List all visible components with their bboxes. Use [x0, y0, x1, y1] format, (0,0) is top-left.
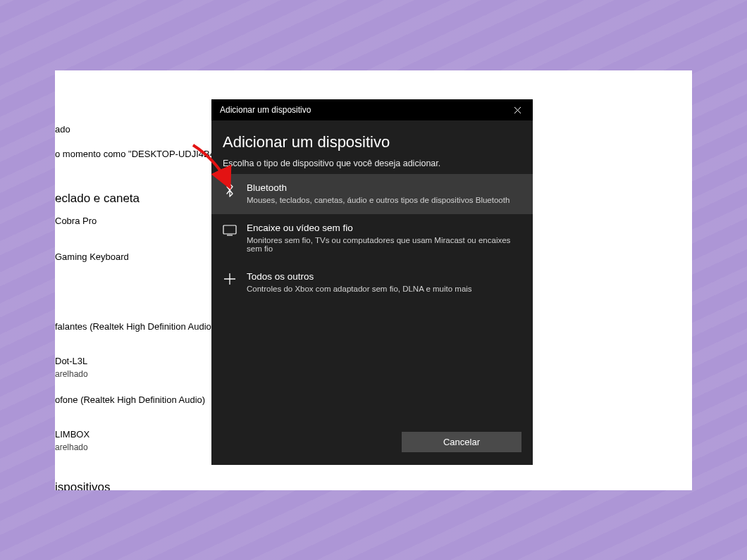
titlebar-title: Adicionar um dispositivo — [220, 105, 311, 115]
option-everything-else[interactable]: Todos os outros Controles do Xbox com ad… — [211, 263, 533, 303]
device-name: Gaming Keyboard — [55, 251, 210, 262]
option-desc: Mouses, teclados, canetas, áudio e outro… — [247, 196, 510, 204]
device-status: arelhado — [55, 442, 210, 452]
option-desc: Controles do Xbox com adaptador sem fio,… — [247, 285, 472, 293]
device-type-options: Bluetooth Mouses, teclados, canetas, áud… — [211, 174, 533, 303]
bg-text: ado — [55, 124, 210, 135]
dialog-titlebar: Adicionar um dispositivo — [211, 99, 533, 120]
settings-window: ado o momento como "DESKTOP-UDJI4B4" ecl… — [55, 70, 692, 490]
device-name: Dot-L3L — [55, 356, 210, 366]
plus-icon — [223, 272, 237, 286]
dialog-subtitle: Escolha o tipo de dispositivo que você d… — [223, 158, 521, 168]
option-title: Todos os outros — [247, 271, 472, 282]
option-desc: Monitores sem fio, TVs ou computadores q… — [247, 236, 521, 253]
section-heading: eclado e caneta — [55, 192, 210, 206]
close-button[interactable] — [509, 101, 526, 118]
option-title: Encaixe ou vídeo sem fio — [247, 223, 521, 233]
dialog-title: Adicionar um dispositivo — [223, 133, 521, 151]
settings-background: ado o momento como "DESKTOP-UDJI4B4" ecl… — [55, 70, 210, 490]
device-name: falantes (Realtek High Definition Audio) — [55, 321, 210, 332]
svg-rect-0 — [223, 225, 236, 234]
device-status: arelhado — [55, 369, 210, 379]
device-name: ofone (Realtek High Definition Audio) — [55, 394, 210, 405]
device-name: LIMBOX — [55, 429, 210, 440]
close-icon — [514, 106, 521, 114]
bg-text: o momento como "DESKTOP-UDJI4B4" — [55, 149, 210, 159]
add-device-dialog: Adicionar um dispositivo Adicionar um di… — [211, 99, 533, 465]
bluetooth-icon — [223, 183, 237, 197]
display-icon — [223, 223, 237, 237]
device-name: Cobra Pro — [55, 216, 210, 226]
option-wireless-display[interactable]: Encaixe ou vídeo sem fio Monitores sem f… — [211, 214, 533, 263]
section-heading: ispositivos — [55, 480, 210, 490]
cancel-button[interactable]: Cancelar — [402, 432, 521, 452]
option-bluetooth[interactable]: Bluetooth Mouses, teclados, canetas, áud… — [211, 174, 533, 214]
option-title: Bluetooth — [247, 182, 510, 193]
